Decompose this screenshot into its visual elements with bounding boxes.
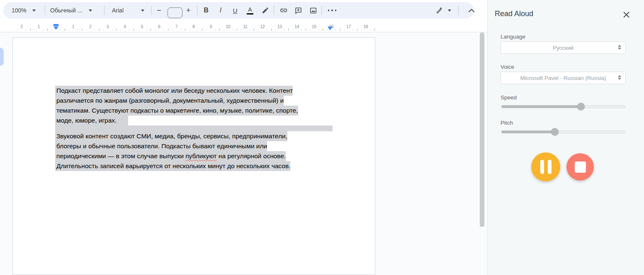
ruler-mark: 9	[210, 24, 212, 29]
more-options-button[interactable]	[327, 2, 338, 19]
ruler-mark	[202, 29, 203, 31]
ruler-mark	[181, 29, 181, 30]
ruler-mark	[52, 29, 52, 30]
highlight-color-button[interactable]	[260, 2, 271, 19]
insert-image-button[interactable]	[308, 2, 318, 19]
selection-blank-line	[56, 125, 343, 131]
insert-link-button[interactable]	[278, 2, 289, 19]
ruler-mark	[26, 29, 26, 30]
ruler-mark	[198, 29, 198, 30]
paragraph-style-value: Обычный ...	[50, 7, 82, 14]
ruler-mark: 10	[226, 24, 230, 29]
ruler-mark: 13	[277, 24, 282, 29]
vertical-scrollbar[interactable]	[480, 32, 484, 227]
plus-icon: +	[186, 6, 191, 15]
pitch-slider[interactable]	[501, 128, 626, 135]
ruler-mark: 6	[158, 24, 160, 29]
ruler-mark	[374, 29, 375, 31]
ruler-mark	[306, 29, 306, 31]
comment-add-icon	[293, 4, 304, 17]
divider	[458, 6, 459, 15]
language-label: Language	[501, 34, 525, 40]
ruler-mark	[138, 29, 138, 30]
paragraph-style-control[interactable]: Обычный ...	[50, 2, 92, 19]
ruler-mark: 15	[312, 24, 316, 29]
ruler-mark	[362, 29, 362, 30]
ruler-mark	[69, 29, 69, 30]
bold-button[interactable]: B	[201, 2, 211, 19]
link-icon	[278, 4, 289, 17]
read-aloud-panel: Read Aloud Language Русский Voice Micros…	[487, 0, 644, 275]
ruler-mark: 8	[192, 24, 195, 29]
ruler-mark	[340, 29, 340, 31]
doc-line[interactable]: Подкаст представляет собой монолог или б…	[56, 86, 343, 96]
speed-slider[interactable]	[501, 103, 626, 110]
increase-font-size-button[interactable]: +	[186, 2, 191, 19]
extension-edge-tab[interactable]	[0, 48, 4, 66]
ruler-mark	[17, 29, 18, 30]
underline-button[interactable]: U	[230, 2, 241, 19]
add-comment-button[interactable]	[293, 2, 304, 19]
zoom-control[interactable]: 100%	[12, 2, 36, 19]
doc-line[interactable]: блогеры и обычные пользователи. Подкасты…	[56, 141, 343, 151]
ruler-mark	[241, 29, 241, 30]
collapse-toolbar-button[interactable]	[466, 2, 477, 19]
doc-line[interactable]: Длительность записей варьируется от неск…	[56, 161, 343, 171]
ruler-mark: 11	[243, 24, 247, 29]
ruler-mark	[344, 29, 345, 30]
font-family-control[interactable]: Arial	[112, 2, 144, 19]
editing-mode-control[interactable]	[434, 2, 451, 19]
ruler-mark	[284, 29, 284, 30]
ruler-mark	[99, 29, 100, 31]
language-value: Русский	[553, 45, 574, 51]
document-page[interactable]: Подкаст представляет собой монолог или б…	[12, 37, 375, 275]
highlighter-icon	[260, 4, 271, 17]
stop-icon	[575, 162, 586, 173]
close-icon	[623, 12, 629, 18]
ruler-mark	[310, 29, 310, 30]
document-canvas: Подкаст представляет собой монолог или б…	[0, 32, 487, 275]
ruler-mark	[185, 29, 185, 31]
ruler-mark	[232, 29, 233, 30]
doc-line[interactable]: моде, юморе, играх.	[56, 116, 343, 125]
chevron-down-icon	[89, 10, 92, 12]
decrease-font-size-button[interactable]: −	[157, 2, 161, 19]
ruler-mark	[82, 29, 82, 31]
ruler-mark	[146, 29, 147, 30]
language-select[interactable]: Русский	[501, 41, 626, 54]
doc-line[interactable]: различается по жанрам (разговорный, доку…	[56, 96, 343, 106]
ruler-mark	[60, 29, 61, 30]
text-color-button[interactable]: A	[245, 2, 255, 19]
ruler-mark	[168, 29, 168, 31]
pause-button[interactable]	[531, 152, 560, 181]
doc-line[interactable]: периодическими — в этом случае выпуски п…	[56, 151, 343, 161]
ruler-mark	[43, 29, 44, 30]
stop-button[interactable]	[566, 153, 594, 181]
first-line-indent-marker[interactable]	[53, 24, 58, 26]
ruler-mark: 2	[89, 24, 92, 29]
voice-label: Voice	[501, 64, 514, 70]
ruler-mark	[121, 29, 121, 30]
doc-line[interactable]: тематикам. Существуют подкасты о маркети…	[56, 106, 343, 116]
pitch-label: Pitch	[501, 120, 513, 126]
voice-select[interactable]: Microsoft Pavel - Russian (Russia)	[501, 72, 626, 84]
ruler-mark: 5	[141, 24, 143, 29]
doc-line[interactable]: Звуковой контент создают СМИ, медиа, бре…	[56, 131, 343, 141]
bold-icon: B	[201, 4, 211, 17]
left-indent-marker[interactable]	[53, 24, 58, 31]
slider-thumb[interactable]	[577, 103, 585, 110]
ruler-mark: 4	[124, 24, 126, 29]
font-size-input[interactable]	[168, 7, 182, 18]
ruler-mark: 1	[72, 24, 75, 29]
ruler-mark	[78, 29, 78, 30]
toolbar-pill: 100% Обычный ... Arial − + B I U	[3, 2, 474, 19]
divider	[197, 6, 197, 15]
right-indent-marker[interactable]	[328, 27, 333, 30]
close-button[interactable]	[622, 10, 630, 19]
ruler-mark	[207, 29, 207, 30]
slider-thumb[interactable]	[551, 128, 559, 135]
ruler-mark: 3	[107, 24, 109, 29]
italic-button[interactable]: I	[215, 2, 226, 19]
divider	[321, 6, 322, 15]
ruler-mark	[112, 29, 112, 30]
